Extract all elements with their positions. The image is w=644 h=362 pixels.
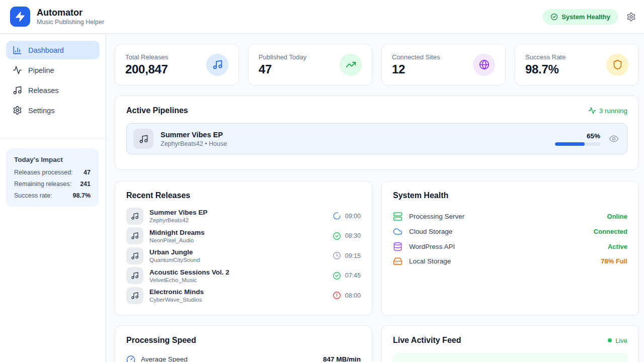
stat-card-connected-sites: Connected Sites 12: [381, 44, 506, 85]
music-icon: [212, 59, 223, 70]
gear-icon: [13, 106, 22, 115]
pipeline-meta: ZephyrBeats42 • House: [160, 140, 227, 147]
sidebar: Dashboard Pipeline Releases Settings Tod…: [0, 34, 106, 362]
release-time: 09:00: [345, 213, 361, 220]
health-row: Cloud Storage Connected: [393, 224, 627, 239]
gear-icon: [626, 12, 636, 22]
release-name: Urban Jungle: [149, 248, 200, 256]
processing-speed-title: Processing Speed: [126, 336, 361, 345]
impact-value: 47: [84, 169, 91, 176]
health-status: 78% Full: [601, 257, 627, 265]
music-icon: [139, 134, 148, 144]
health-label: Local Storage: [409, 257, 451, 265]
globe-icon: [479, 59, 490, 70]
system-health-list: Processing Server Online Cloud Storage C…: [393, 209, 627, 269]
activity-icon: [588, 107, 596, 115]
impact-row: Remaining releases: 241: [14, 180, 91, 188]
music-icon: [131, 212, 139, 220]
recent-releases-card: Recent Releases Summer Vibes EP ZephyrBe…: [115, 181, 372, 316]
app-logo: [10, 7, 30, 27]
impact-label: Success rate:: [14, 192, 52, 199]
speed-row: Average Speed 847 MB/min: [126, 354, 361, 362]
release-artist: ZephyrBeats42: [149, 217, 207, 223]
live-label: Live: [615, 337, 627, 344]
stat-label: Connected Sites: [392, 53, 440, 61]
health-status: Connected: [594, 228, 627, 235]
speed-label: Average Speed: [141, 355, 188, 362]
health-row: Local Storage 78% Full: [393, 254, 627, 269]
release-time: 09:15: [345, 252, 361, 259]
sidebar-item-dashboard[interactable]: Dashboard: [6, 41, 100, 59]
music-icon: [131, 272, 139, 280]
release-time: 07:45: [345, 272, 361, 279]
main-content: Total Releases 200,847 Published Today 4…: [106, 34, 644, 362]
release-time: 08:00: [345, 292, 361, 299]
progress-percent-label: 65%: [555, 132, 600, 140]
release-row: Electronic Minds CyberWave_Studios 08:00: [126, 286, 361, 306]
progress-bar-track: [555, 142, 600, 146]
active-pipelines-title: Active Pipelines: [126, 106, 188, 115]
speed-value: 847 MB/min: [323, 355, 361, 362]
stat-value: 98.7%: [525, 62, 566, 76]
release-time: 08:30: [345, 232, 361, 239]
alert-circle-icon: [333, 291, 341, 300]
live-activity-title: Live Activity Feed: [393, 336, 461, 345]
system-health-badge-label: System Healthy: [561, 13, 610, 21]
impact-row: Success rate: 98.7%: [14, 192, 91, 199]
app-subtitle: Music Publishing Helper: [37, 19, 104, 26]
health-label: WordPress API: [409, 243, 455, 250]
release-artist: VelvetEcho_Music: [149, 277, 229, 283]
system-health-badge: System Healthy: [543, 9, 618, 25]
sidebar-item-label: Dashboard: [28, 46, 64, 54]
health-status: Active: [608, 243, 627, 250]
clock-icon: [333, 251, 341, 260]
stat-label: Success Rate: [525, 53, 566, 61]
database-icon: [393, 242, 403, 251]
health-row: Processing Server Online: [393, 209, 627, 224]
health-row: WordPress API Active: [393, 239, 627, 254]
recent-releases-list: Summer Vibes EP ZephyrBeats42 09:00 Midn…: [126, 206, 361, 306]
live-indicator: Live: [608, 337, 627, 344]
cloud-icon: [393, 227, 403, 236]
release-row: Summer Vibes EP ZephyrBeats42 09:00: [126, 206, 361, 226]
recent-releases-title: Recent Releases: [126, 191, 361, 200]
sidebar-item-label: Settings: [28, 107, 54, 115]
stat-label: Published Today: [259, 53, 306, 61]
release-name: Electronic Minds: [149, 288, 204, 296]
release-name: Midnight Dreams: [149, 229, 205, 236]
server-icon: [393, 212, 403, 221]
running-count-label: 3 running: [599, 107, 627, 115]
impact-label: Releases processed:: [14, 169, 73, 176]
pipeline-name: Summer Vibes EP: [160, 131, 227, 139]
trending-up-icon: [346, 59, 356, 70]
impact-value: 98.7%: [73, 192, 91, 199]
processing-speed-card: Processing Speed Average Speed 847 MB/mi…: [115, 325, 372, 362]
view-pipeline-button[interactable]: [609, 134, 619, 144]
app-title: Automator: [37, 8, 104, 19]
music-icon: [13, 85, 22, 95]
music-icon: [131, 252, 139, 260]
activity-feed-item: [393, 353, 627, 362]
zap-icon: [15, 11, 26, 22]
impact-label: Remaining releases:: [14, 180, 71, 188]
sidebar-item-releases[interactable]: Releases: [6, 81, 100, 100]
activity-icon: [13, 65, 22, 75]
settings-button[interactable]: [626, 12, 636, 22]
sidebar-item-settings[interactable]: Settings: [6, 101, 100, 120]
impact-row: Releases processed: 47: [14, 169, 91, 176]
release-name: Summer Vibes EP: [149, 209, 207, 216]
system-health-title: System Health: [393, 191, 627, 200]
check-circle-icon: [333, 232, 341, 240]
live-activity-card: Live Activity Feed Live: [381, 325, 639, 362]
progress-bar-fill: [555, 142, 585, 146]
app-header: Automator Music Publishing Helper System…: [0, 0, 644, 34]
impact-value: 241: [80, 180, 91, 188]
stat-card-published-today: Published Today 47: [248, 44, 372, 85]
sidebar-item-pipeline[interactable]: Pipeline: [6, 61, 100, 79]
sidebar-item-label: Releases: [28, 86, 58, 95]
stat-card-total-releases: Total Releases 200,847: [115, 44, 239, 85]
release-artist: QuantumCitySound: [149, 257, 200, 263]
bar-chart-icon: [13, 45, 22, 55]
system-health-card: System Health Processing Server Online C…: [381, 181, 639, 316]
sidebar-item-label: Pipeline: [28, 66, 54, 74]
